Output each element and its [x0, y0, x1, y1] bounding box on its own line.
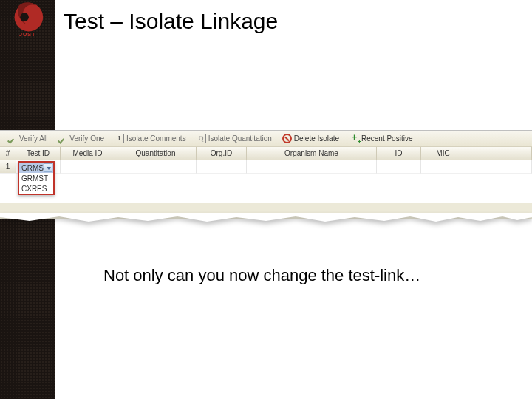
recent-positive-label: Recent Positive	[361, 134, 412, 143]
tail-cell	[466, 160, 532, 174]
i-icon: I	[115, 134, 124, 143]
col-mic[interactable]: MIC	[421, 147, 466, 160]
check-icon	[7, 134, 17, 143]
slide-title: Test – Isolate Linkage	[64, 9, 278, 34]
test-id-option[interactable]: GRMST	[19, 173, 53, 183]
col-id[interactable]: ID	[377, 147, 421, 160]
col-quantitation[interactable]: Quantitation	[115, 147, 197, 160]
grid-header-row: # Test ID Media ID Quantitation Org.ID O…	[0, 147, 532, 160]
col-tail	[466, 147, 532, 160]
quantitation-cell[interactable]	[115, 160, 197, 174]
chevron-down-icon[interactable]	[44, 163, 52, 172]
test-id-cell[interactable]: GRMST GRMST CXRES	[16, 160, 61, 174]
verify-one-label: Verify One	[69, 134, 104, 143]
test-id-option[interactable]: CXRES	[19, 183, 53, 194]
torn-edge-decoration	[0, 213, 532, 225]
isolate-quant-button[interactable]: Q Isolate Quantitation	[192, 132, 276, 145]
delete-isolate-button[interactable]: Delete Isolate	[278, 132, 344, 145]
verify-all-button[interactable]: Verify All	[3, 132, 52, 145]
col-organism-name[interactable]: Organism Name	[247, 147, 377, 160]
slide-caption: Not only can you now change the test-lin…	[103, 266, 420, 285]
svg-point-1	[20, 13, 29, 21]
isolate-comments-label: Isolate Comments	[126, 134, 186, 143]
brand-logo-text: JUST	[0, 31, 55, 38]
col-media-id[interactable]: Media ID	[61, 147, 115, 160]
media-id-cell[interactable]	[61, 160, 115, 174]
isolate-quant-label: Isolate Quantitation	[208, 134, 272, 143]
test-id-selected[interactable]: GRMST	[19, 163, 53, 173]
delete-isolate-label: Delete Isolate	[294, 134, 339, 143]
grid-body: 1 GRMST GRMST CXRES	[0, 160, 532, 203]
toolbar: Verify All Verify One I Isolate Comments…	[0, 131, 532, 147]
app-screenshot-panel: Verify All Verify One I Isolate Comments…	[0, 130, 532, 219]
org-id-cell[interactable]	[197, 160, 247, 174]
isolate-comments-button[interactable]: I Isolate Comments	[110, 132, 191, 145]
test-id-dropdown[interactable]: GRMST GRMST CXRES	[18, 161, 55, 195]
recent-positive-button[interactable]: + Recent Positive	[345, 132, 417, 145]
verify-all-label: Verify All	[19, 134, 47, 143]
forbid-icon	[282, 134, 292, 143]
verify-one-button[interactable]: Verify One	[53, 132, 109, 145]
col-num[interactable]: #	[0, 147, 16, 160]
q-icon: Q	[197, 134, 206, 143]
test-id-option-list: GRMST CXRES	[19, 173, 53, 194]
table-row: 1 GRMST GRMST CXRES	[0, 160, 532, 174]
id-cell[interactable]	[377, 160, 421, 174]
row-number[interactable]: 1	[0, 160, 16, 174]
check-icon	[58, 134, 67, 143]
col-test-id[interactable]: Test ID	[16, 147, 61, 160]
mic-cell[interactable]	[421, 160, 466, 174]
col-org-id[interactable]: Org.ID	[197, 147, 247, 160]
plus-icon: +	[349, 134, 359, 143]
organism-name-cell[interactable]	[247, 160, 377, 174]
